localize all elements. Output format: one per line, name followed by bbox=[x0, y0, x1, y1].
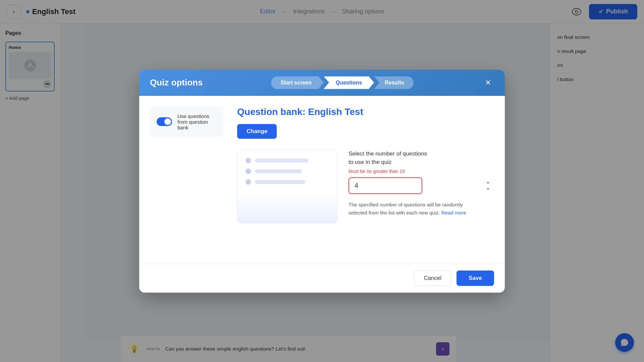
modal-title: Quiz options bbox=[150, 77, 203, 88]
num-spinner: ▲ ▼ bbox=[485, 179, 491, 192]
illus-row-2 bbox=[246, 169, 329, 174]
modal-footer: Cancel Save bbox=[139, 263, 505, 293]
num-label-line2: to use in the quiz bbox=[348, 159, 392, 165]
modal-right: Question bank: English Test Change bbox=[237, 107, 494, 253]
step-start-label: Start screen bbox=[280, 80, 312, 86]
save-button[interactable]: Save bbox=[457, 270, 494, 286]
num-input-wrap: ▲ ▼ bbox=[348, 177, 494, 194]
quiz-options-modal: Quiz options Start screen Questions Resu… bbox=[139, 70, 505, 293]
illus-dot-1 bbox=[246, 158, 251, 163]
illus-dot-2 bbox=[246, 169, 251, 174]
read-more-link[interactable]: Read more bbox=[441, 210, 466, 216]
cancel-button[interactable]: Cancel bbox=[414, 270, 451, 286]
question-bank-title: Question bank: English Test bbox=[237, 107, 494, 117]
modal-body: Use questions from question bank Questio… bbox=[139, 96, 505, 263]
illus-dot-3 bbox=[246, 179, 251, 185]
modal-header: Quiz options Start screen Questions Resu… bbox=[139, 70, 505, 96]
illus-bar-2 bbox=[255, 169, 302, 173]
num-questions-label: Select the number of questions to use in… bbox=[348, 149, 494, 167]
illus-row-3 bbox=[246, 179, 329, 185]
step-results-label: Results bbox=[385, 80, 404, 86]
question-bank-name: English Test bbox=[308, 107, 363, 117]
spinner-down-button[interactable]: ▼ bbox=[485, 186, 491, 192]
description-text: The specified number of questions will b… bbox=[348, 201, 469, 217]
illus-bar-3 bbox=[255, 180, 305, 184]
illus-row-1 bbox=[246, 158, 329, 163]
modal-overlay[interactable]: Quiz options Start screen Questions Resu… bbox=[0, 0, 644, 362]
num-questions-input[interactable] bbox=[348, 177, 422, 194]
question-content: Select the number of questions to use in… bbox=[237, 149, 494, 223]
step-questions-label: Questions bbox=[336, 80, 362, 86]
illus-bar-1 bbox=[255, 159, 309, 163]
modal-steps: Start screen Questions Results bbox=[216, 76, 469, 89]
question-settings: Select the number of questions to use in… bbox=[348, 149, 494, 217]
spinner-up-button[interactable]: ▲ bbox=[485, 179, 491, 185]
step-questions[interactable]: Questions bbox=[324, 76, 374, 89]
question-bank-toggle[interactable] bbox=[157, 117, 172, 126]
num-label-line1: Select the number of questions bbox=[348, 150, 427, 157]
step-start-screen[interactable]: Start screen bbox=[271, 76, 324, 89]
modal-close-button[interactable]: ✕ bbox=[482, 77, 494, 89]
change-button[interactable]: Change bbox=[237, 124, 277, 139]
question-illustration bbox=[237, 149, 338, 223]
error-message: Must be no greater than 10 bbox=[348, 169, 494, 174]
question-bank-prefix: Question bank: bbox=[237, 107, 306, 117]
modal-left: Use questions from question bank bbox=[150, 107, 224, 253]
toggle-knob bbox=[164, 118, 171, 125]
toggle-label: Use questions from question bank bbox=[177, 113, 217, 130]
step-results[interactable]: Results bbox=[374, 76, 414, 89]
toggle-card: Use questions from question bank bbox=[150, 107, 224, 137]
